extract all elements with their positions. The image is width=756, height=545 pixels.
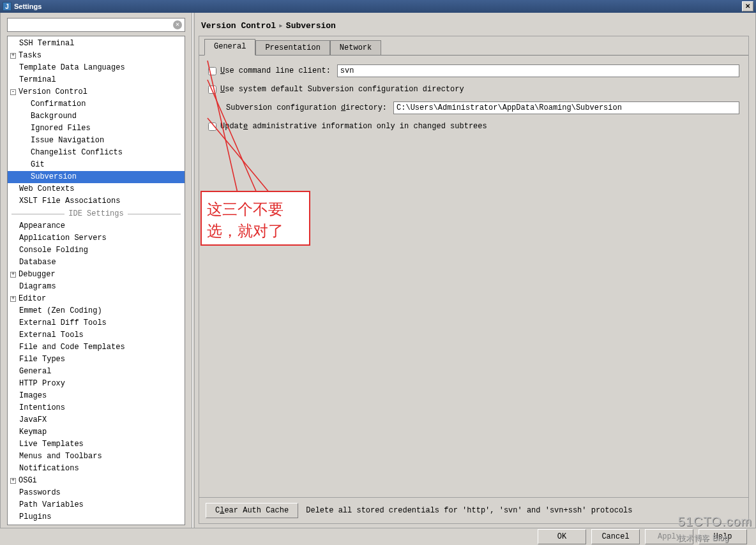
tree-item-label: Menus and Toolbars: [19, 452, 102, 461]
tree-item-label: Confirmation: [31, 100, 86, 108]
tree-item-label: File and Code Templates: [19, 343, 125, 352]
tree-item[interactable]: Images: [8, 390, 185, 402]
tree-item[interactable]: Appearance: [8, 220, 185, 232]
apply-button[interactable]: Apply: [645, 529, 693, 544]
clear-auth-bar: Clear Auth Cache Delete all stored crede…: [199, 497, 748, 523]
tree-item[interactable]: Background: [8, 110, 185, 123]
tree-item[interactable]: Template Data Languages: [8, 62, 185, 74]
tree-item[interactable]: Path Variables: [8, 499, 185, 511]
search-input[interactable]: [10, 20, 173, 29]
tree-item-label: Console Folding: [19, 246, 88, 255]
tree-item-label: Git: [31, 160, 45, 169]
tree-item-label: SSH Terminal: [19, 39, 74, 48]
annotation-callout: 这三个不要 选，就对了: [200, 191, 310, 246]
tree-item-label: Images: [19, 391, 47, 400]
window-titlebar: J Settings ✕: [0, 0, 756, 13]
tree-item[interactable]: Menus and Toolbars: [8, 451, 185, 463]
tree-item[interactable]: Issue Navigation: [8, 135, 185, 147]
tree-item-label: Path Variables: [19, 500, 84, 509]
tree-item[interactable]: +Tasks: [8, 50, 185, 62]
tab-general[interactable]: General: [204, 39, 255, 56]
settings-tree[interactable]: SSH Terminal+TasksTemplate Data Language…: [7, 36, 185, 525]
tree-item-label: JavaFX: [19, 415, 47, 424]
tree-item[interactable]: Plugins: [8, 511, 185, 523]
row-use-sysdefault: Use system default Subversion configurat…: [208, 85, 739, 94]
tab-presentation[interactable]: Presentation: [255, 40, 329, 55]
tree-item[interactable]: +Debugger: [8, 269, 185, 281]
tree-item-label: Application Servers: [19, 234, 107, 243]
ok-button[interactable]: OK: [538, 529, 586, 544]
tab-network[interactable]: Network: [330, 40, 381, 55]
tree-item-label: Intentions: [19, 403, 65, 412]
tree-item[interactable]: Changelist Conflicts: [8, 147, 185, 159]
tree-item[interactable]: Passwords: [8, 487, 185, 499]
tree-item[interactable]: Live Templates: [8, 438, 185, 451]
tree-item-label: XSLT File Associations: [19, 197, 120, 205]
expand-icon[interactable]: +: [10, 53, 16, 59]
tree-item[interactable]: Web Contexts: [8, 183, 185, 195]
lbl-use-sysdefault: Use system default Subversion configurat…: [220, 85, 464, 94]
tree-item[interactable]: HTTP Proxy: [8, 378, 185, 390]
tree-item[interactable]: Subversion: [8, 171, 185, 183]
tree-item[interactable]: Intentions: [8, 402, 185, 414]
tree-item[interactable]: Application Servers: [8, 232, 185, 244]
annotation-lines: [199, 56, 327, 247]
tree-item[interactable]: Diagrams: [8, 281, 185, 293]
tree-item[interactable]: Git: [8, 159, 185, 171]
app-icon: J: [3, 2, 11, 11]
chk-update-admin[interactable]: [208, 123, 216, 131]
lbl-update-admin: Update administrative information only i…: [220, 122, 487, 131]
tree-item-label: Emmet (Zen Coding): [19, 306, 102, 315]
tree-item[interactable]: File and Code Templates: [8, 341, 185, 354]
expand-icon[interactable]: +: [10, 272, 16, 278]
input-cmdline-client[interactable]: [337, 64, 739, 77]
chk-use-cmdline[interactable]: [208, 67, 216, 75]
tree-item-label: Passwords: [19, 488, 61, 497]
tree-item[interactable]: +OSGi: [8, 475, 185, 487]
cancel-button[interactable]: Cancel: [591, 529, 640, 544]
tree-item[interactable]: Keymap: [8, 426, 185, 438]
tree-item[interactable]: Confirmation: [8, 98, 185, 110]
tree-item[interactable]: Console Folding: [8, 244, 185, 257]
clear-search-icon[interactable]: ✕: [173, 20, 182, 29]
expand-icon[interactable]: +: [10, 296, 16, 302]
tree-item-label: Debugger: [19, 270, 56, 279]
tree-item[interactable]: General: [8, 366, 185, 378]
tree-item[interactable]: External Tools: [8, 329, 185, 341]
window-title: Settings: [14, 3, 42, 10]
tree-item[interactable]: JavaFX: [8, 414, 185, 426]
tree-item[interactable]: SSH Terminal: [8, 38, 185, 50]
tree-item-label: Live Templates: [19, 440, 84, 449]
clear-auth-cache-button[interactable]: Clear Auth Cache: [206, 503, 298, 518]
tree-item[interactable]: Database: [8, 257, 185, 269]
tree-item[interactable]: File Types: [8, 354, 185, 366]
settings-sidebar: ✕ SSH Terminal+TasksTemplate Data Langua…: [1, 13, 192, 528]
tree-item-label: General: [19, 367, 51, 376]
tree-item[interactable]: XSLT File Associations: [8, 195, 185, 207]
collapse-icon[interactable]: -: [10, 89, 16, 95]
tree-item[interactable]: External Diff Tools: [8, 317, 185, 329]
tree-item-label: Ignored Files: [31, 124, 91, 133]
close-button[interactable]: ✕: [742, 1, 753, 11]
tree-item[interactable]: +Editor: [8, 293, 185, 305]
row-update-admin: Update administrative information only i…: [208, 122, 739, 131]
tree-item-label: Plugins: [19, 512, 51, 521]
tree-item[interactable]: Terminal: [8, 74, 185, 86]
chk-use-sysdefault[interactable]: [208, 86, 216, 94]
input-confdir[interactable]: [393, 101, 739, 114]
breadcrumb: Version Control▸Subversion: [199, 17, 749, 36]
expand-icon[interactable]: +: [10, 478, 16, 484]
tree-item-label: Background: [31, 112, 77, 121]
row-use-cmdline: Use command line client:: [208, 64, 739, 77]
tree-item-label: Terminal: [19, 75, 56, 84]
tree-item[interactable]: Emmet (Zen Coding): [8, 305, 185, 317]
tree-item-label: Database: [19, 258, 56, 267]
tree-item-label: HTTP Proxy: [19, 379, 65, 388]
tab-body-general: Use command line client: Use system defa…: [199, 55, 748, 497]
tree-item[interactable]: Notifications: [8, 463, 185, 475]
tree-item[interactable]: -Version Control: [8, 86, 185, 98]
tree-item-label: Tasks: [19, 51, 42, 60]
tree-item-label: Editor: [19, 294, 46, 303]
help-button[interactable]: Help: [699, 529, 747, 544]
tree-item[interactable]: Ignored Files: [8, 123, 185, 135]
